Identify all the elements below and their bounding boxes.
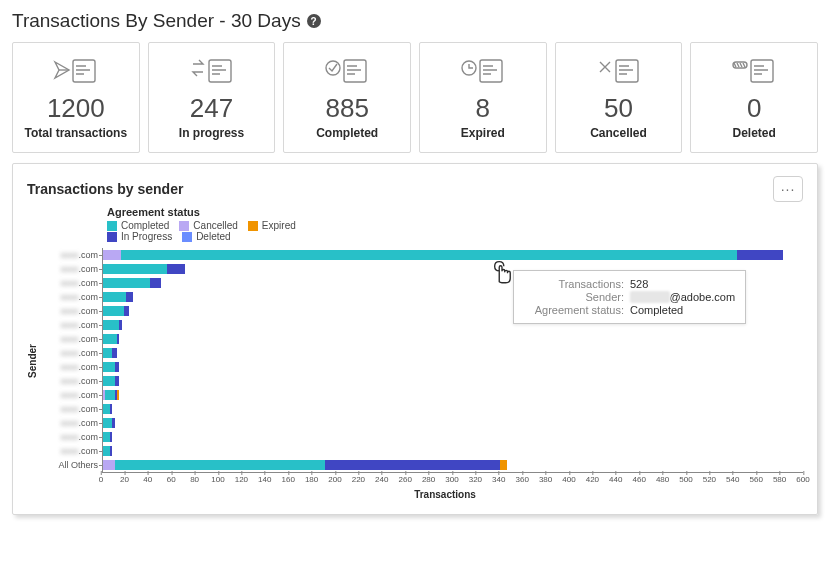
bar-segment-completed[interactable]	[103, 404, 110, 414]
stat-card-total[interactable]: 1200 Total transactions	[12, 42, 140, 153]
bar-segment-in-progress[interactable]	[167, 264, 185, 274]
y-tick-label: xxxx.com	[42, 248, 102, 262]
bar-segment-completed[interactable]	[103, 376, 115, 386]
y-tick-label: xxxx.com	[42, 374, 102, 388]
bar-segment-in-progress[interactable]	[737, 250, 784, 260]
bar-segment-completed[interactable]	[103, 418, 112, 428]
bar-segment-completed[interactable]	[103, 264, 167, 274]
bar-segment-completed[interactable]	[103, 292, 126, 302]
y-tick-label: xxxx.com	[42, 318, 102, 332]
bar-segment-completed[interactable]	[103, 306, 124, 316]
completed-icon	[290, 53, 404, 89]
x-tick-label: 260	[399, 475, 412, 484]
y-tick-label: xxxx.com	[42, 388, 102, 402]
bar-segment-in-progress[interactable]	[110, 446, 112, 456]
stat-label: Cancelled	[562, 126, 676, 140]
stat-value: 247	[155, 93, 269, 124]
chart-more-button[interactable]: ···	[773, 176, 803, 202]
bar-segment-expired[interactable]	[117, 390, 119, 400]
bar-row[interactable]	[103, 346, 803, 360]
y-tick-label: xxxx.com	[42, 360, 102, 374]
bar-segment-in-progress[interactable]	[124, 306, 129, 316]
chart-plot: Sender xxxx.comxxxx.comxxxx.comxxxx.comx…	[27, 248, 803, 473]
svg-rect-6	[616, 60, 638, 82]
bar-segment-in-progress[interactable]	[110, 404, 112, 414]
tooltip-transactions: 528	[630, 278, 648, 290]
y-tick-label: xxxx.com	[42, 444, 102, 458]
y-tick-label: All Others	[42, 458, 102, 472]
bar-segment-completed[interactable]	[103, 320, 119, 330]
bar-segment-in-progress[interactable]	[325, 460, 500, 470]
bar-segment-cancelled[interactable]	[103, 250, 121, 260]
legend-item-expired[interactable]: Expired	[248, 220, 296, 231]
stat-card-completed[interactable]: 885 Completed	[283, 42, 411, 153]
svg-rect-7	[751, 60, 773, 82]
bar-segment-completed[interactable]	[103, 334, 117, 344]
bar-segment-in-progress[interactable]	[126, 292, 133, 302]
bar-segment-in-progress[interactable]	[112, 348, 117, 358]
bar-segment-in-progress[interactable]	[119, 320, 121, 330]
bar-segment-completed[interactable]	[103, 348, 112, 358]
bar-segment-in-progress[interactable]	[117, 334, 119, 344]
svg-point-3	[326, 61, 340, 75]
bar-row[interactable]	[103, 360, 803, 374]
y-tick-label: xxxx.com	[42, 290, 102, 304]
x-tick-label: 400	[562, 475, 575, 484]
bar-segment-completed[interactable]	[103, 278, 150, 288]
page-title: Transactions By Sender - 30 Days	[12, 10, 301, 32]
y-axis-label: Sender	[27, 344, 38, 378]
bar-row[interactable]	[103, 388, 803, 402]
bar-segment-in-progress[interactable]	[115, 362, 120, 372]
x-tick-label: 360	[516, 475, 529, 484]
stat-label: Expired	[426, 126, 540, 140]
bar-segment-completed[interactable]	[115, 460, 325, 470]
x-tick-label: 100	[211, 475, 224, 484]
x-tick-label: 160	[282, 475, 295, 484]
legend-item-inprogress[interactable]: In Progress	[107, 231, 172, 242]
bar-segment-in-progress[interactable]	[115, 376, 120, 386]
x-tick-label: 460	[633, 475, 646, 484]
bar-segment-expired[interactable]	[500, 460, 507, 470]
bar-row[interactable]	[103, 332, 803, 346]
bar-segment-in-progress[interactable]	[110, 432, 112, 442]
legend-item-completed[interactable]: Completed	[107, 220, 169, 231]
stat-card-expired[interactable]: 8 Expired	[419, 42, 547, 153]
x-tick-label: 600	[796, 475, 809, 484]
bar-segment-completed[interactable]	[103, 432, 110, 442]
y-tick-label: xxxx.com	[42, 430, 102, 444]
bar-row[interactable]	[103, 374, 803, 388]
bar-segment-in-progress[interactable]	[150, 278, 162, 288]
stats-row: 1200 Total transactions 247 In progress	[12, 42, 818, 153]
stat-card-deleted[interactable]: 0 Deleted	[690, 42, 818, 153]
stat-card-inprogress[interactable]: 247 In progress	[148, 42, 276, 153]
chart-legend: Agreement status Completed Cancelled Exp…	[107, 206, 803, 242]
bar-row[interactable]	[103, 416, 803, 430]
bar-row[interactable]	[103, 402, 803, 416]
plot-area[interactable]: Transactions:528 Sender:xxxxx@adobe.com …	[102, 248, 803, 473]
bar-segment-completed[interactable]	[103, 446, 110, 456]
x-tick-label: 380	[539, 475, 552, 484]
bar-row[interactable]	[103, 430, 803, 444]
x-tick-label: 320	[469, 475, 482, 484]
x-tick-label: 200	[328, 475, 341, 484]
bar-segment-in-progress[interactable]	[112, 418, 114, 428]
stat-card-cancelled[interactable]: 50 Cancelled	[555, 42, 683, 153]
help-icon[interactable]: ?	[307, 14, 321, 28]
legend-item-cancelled[interactable]: Cancelled	[179, 220, 237, 231]
bar-segment-completed[interactable]	[103, 362, 115, 372]
deleted-icon	[697, 53, 811, 89]
y-tick-label: xxxx.com	[42, 276, 102, 290]
bar-segment-cancelled[interactable]	[103, 460, 115, 470]
bar-segment-completed[interactable]	[121, 250, 737, 260]
chart-tooltip: Transactions:528 Sender:xxxxx@adobe.com …	[513, 270, 746, 324]
bar-segment-completed[interactable]	[105, 390, 114, 400]
bar-row[interactable]	[103, 458, 803, 472]
bar-row[interactable]	[103, 248, 803, 262]
x-axis-label: Transactions	[87, 489, 803, 500]
legend-item-deleted[interactable]: Deleted	[182, 231, 230, 242]
stat-label: Total transactions	[19, 126, 133, 140]
send-icon	[19, 53, 133, 89]
x-tick-label: 0	[99, 475, 103, 484]
bar-row[interactable]	[103, 444, 803, 458]
stat-value: 8	[426, 93, 540, 124]
